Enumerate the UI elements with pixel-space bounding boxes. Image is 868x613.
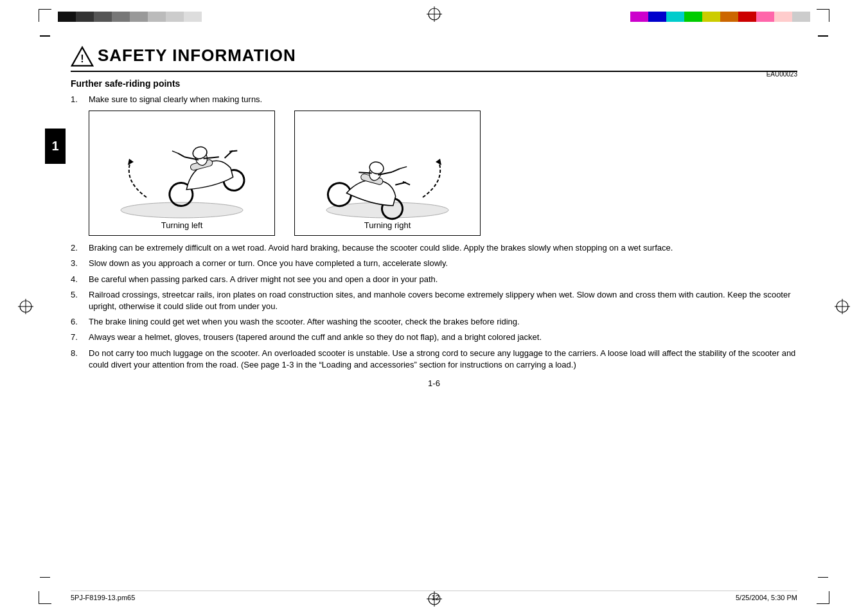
tick-right-bottom: [818, 577, 828, 578]
list-text: Railroad crossings, streetcar rails, iro…: [89, 289, 797, 312]
corner-mark-tl: [39, 9, 51, 22]
page-title: SAFETY INFORMATION: [98, 46, 296, 66]
page-header: ! SAFETY INFORMATION: [71, 45, 797, 72]
corner-mark-tr: [817, 9, 829, 22]
list-item: 5. Railroad crossings, streetcar rails, …: [71, 289, 797, 312]
list-num: 2.: [71, 242, 89, 254]
top-bar-left: [58, 12, 202, 22]
list-text: Braking can be extremely difficult on a …: [89, 242, 797, 254]
corner-mark-br: [817, 591, 829, 604]
list-num: 6.: [71, 316, 89, 328]
list-item: 7. Always wear a helmet, gloves, trouser…: [71, 332, 797, 343]
chapter-badge: 1: [45, 129, 66, 164]
list-num: 8.: [71, 348, 89, 371]
list-text: The brake lining could get wet when you …: [89, 316, 797, 328]
tick-left-top: [40, 35, 50, 37]
corner-mark-bl: [39, 591, 51, 604]
list-item: 3. Slow down as you approach a corner or…: [71, 258, 797, 269]
body-content: Further safe-riding points 1. Make sure …: [71, 78, 797, 388]
illus-left-svg: [111, 123, 252, 223]
svg-line-36: [392, 167, 400, 173]
illus-left-box: Turning left: [89, 111, 275, 236]
list-num: 5.: [71, 289, 89, 312]
list-num: 4.: [71, 274, 89, 285]
footer-center: 12: [432, 594, 439, 601]
svg-text:!: !: [80, 53, 84, 64]
svg-point-14: [121, 202, 243, 218]
reg-mark-right: [835, 299, 850, 314]
section-title: Further safe-riding points: [71, 78, 797, 89]
list-text: Be careful when passing parked cars. A d…: [89, 274, 797, 285]
tick-left-bottom: [40, 577, 50, 578]
illus-right-svg: [317, 123, 458, 223]
illustrations: Turning left: [89, 111, 797, 236]
illus-right-box: Turning right: [294, 111, 481, 236]
illus-right-caption: Turning right: [295, 220, 480, 230]
svg-marker-26: [128, 159, 134, 165]
reg-mark-top: [427, 6, 442, 22]
svg-line-37: [400, 165, 407, 170]
list-text: Do not carry too much luggage on the sco…: [89, 348, 797, 371]
top-bar-right: [630, 12, 810, 22]
list-item: 4. Be careful when passing parked cars. …: [71, 274, 797, 285]
list-num: 1.: [71, 94, 89, 105]
svg-marker-39: [436, 159, 441, 165]
list-text: Make sure to signal clearly when making …: [89, 94, 797, 105]
page-content: ! SAFETY INFORMATION Further safe-riding…: [71, 45, 797, 574]
list-num: 3.: [71, 258, 89, 269]
footer-right: 5/25/2004, 5:30 PM: [736, 594, 797, 601]
warning-icon: !: [71, 45, 91, 66]
footer-left: 5PJ-F8199-13.pm65: [71, 594, 135, 601]
list-item: 2. Braking can be extremely difficult on…: [71, 242, 797, 254]
page-number: 1-6: [71, 378, 797, 388]
list-item: 6. The brake lining could get wet when y…: [71, 316, 797, 328]
svg-line-23: [178, 152, 184, 159]
page-footer: 5PJ-F8199-13.pm65 12 5/25/2004, 5:30 PM: [71, 591, 797, 601]
list-item: 8. Do not carry too much luggage on the …: [71, 348, 797, 371]
list-text: Always wear a helmet, gloves, trousers (…: [89, 332, 797, 343]
list-text: Slow down as you approach a corner or tu…: [89, 258, 797, 269]
reg-mark-left: [18, 299, 33, 314]
svg-line-31: [395, 180, 406, 188]
svg-line-24: [172, 150, 178, 155]
list-item: 1. Make sure to signal clearly when maki…: [71, 94, 797, 105]
list-num: 7.: [71, 332, 89, 343]
illus-left-caption: Turning left: [89, 220, 274, 230]
tick-right-top: [818, 35, 828, 37]
